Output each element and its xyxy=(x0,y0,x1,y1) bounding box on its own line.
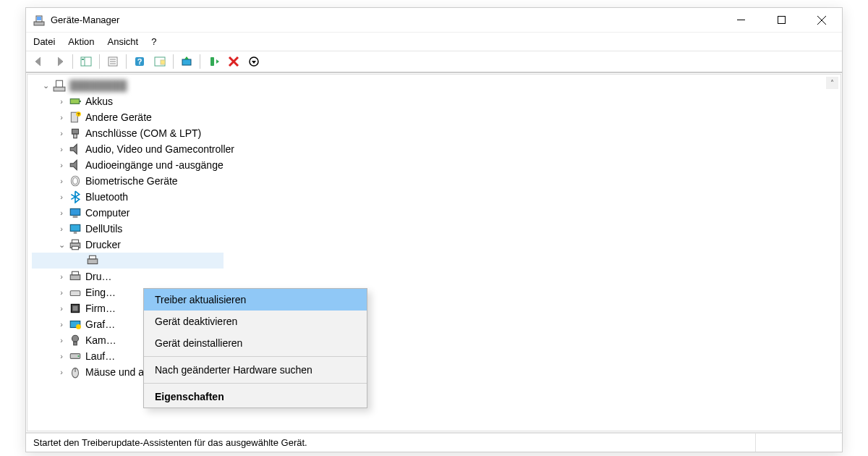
chevron-right-icon[interactable]: › xyxy=(56,208,67,218)
svg-point-53 xyxy=(72,335,79,342)
svg-marker-21 xyxy=(216,59,219,64)
chevron-right-icon[interactable]: › xyxy=(56,128,67,138)
context-item-disable-device[interactable]: Gerät deaktivieren xyxy=(144,311,367,332)
close-button[interactable] xyxy=(801,8,842,32)
svg-rect-50 xyxy=(73,306,78,311)
display-adapter-icon xyxy=(69,318,82,331)
scroll-up-icon[interactable]: ˄ xyxy=(826,77,838,89)
update-driver-button[interactable] xyxy=(178,53,195,70)
chevron-right-icon[interactable]: › xyxy=(56,351,67,361)
disable-device-button[interactable] xyxy=(245,53,263,70)
audio-icon xyxy=(69,143,82,156)
mouse-icon xyxy=(69,366,82,379)
context-item-scan-hardware[interactable]: Nach geänderter Hardware suchen xyxy=(144,359,367,381)
chevron-right-icon[interactable]: › xyxy=(56,160,67,170)
tree-item[interactable]: › ? Andere Geräte xyxy=(32,109,841,125)
tree-item[interactable]: › Audio, Video und Gamecontroller xyxy=(32,141,841,157)
svg-rect-44 xyxy=(88,259,98,264)
app-icon xyxy=(33,14,45,26)
toolbar-divider xyxy=(200,54,200,69)
toolbar: ? xyxy=(26,51,842,73)
chevron-right-icon[interactable]: › xyxy=(56,367,67,377)
menu-bar: Datei Aktion Ansicht ? xyxy=(26,33,842,51)
forward-button[interactable] xyxy=(51,53,68,70)
device-manager-window: Geräte-Manager Datei Aktion Ansicht ? xyxy=(25,7,843,452)
svg-rect-32 xyxy=(74,134,77,138)
camera-icon xyxy=(69,334,82,347)
svg-rect-7 xyxy=(81,57,91,66)
back-button[interactable] xyxy=(30,53,48,70)
svg-rect-31 xyxy=(72,129,79,134)
status-text: Startet den Treiberupdate-Assistenten fü… xyxy=(33,437,307,448)
uninstall-device-button[interactable] xyxy=(225,53,242,70)
svg-point-56 xyxy=(77,355,79,357)
svg-rect-27 xyxy=(80,101,81,102)
svg-marker-23 xyxy=(252,61,256,64)
tree-item[interactable]: › Biometrische Geräte xyxy=(32,173,841,189)
svg-marker-34 xyxy=(70,160,77,170)
svg-rect-25 xyxy=(56,80,63,87)
chevron-right-icon[interactable]: › xyxy=(56,319,67,329)
chevron-right-icon[interactable]: › xyxy=(56,176,67,186)
chevron-down-icon[interactable]: ⌄ xyxy=(56,240,67,250)
toolbar-divider xyxy=(99,54,100,69)
toolbar-divider xyxy=(72,54,73,69)
tree-item[interactable]: › Audioeingänge und -ausgänge xyxy=(32,157,841,173)
show-hide-tree-button[interactable] xyxy=(77,53,95,70)
svg-rect-47 xyxy=(72,271,79,275)
menu-file[interactable]: Datei xyxy=(33,36,55,47)
svg-text:?: ? xyxy=(77,112,80,117)
status-cell xyxy=(755,434,835,452)
context-item-properties[interactable]: Eigenschaften xyxy=(144,386,367,408)
chevron-down-icon[interactable]: ⌄ xyxy=(41,80,51,90)
fingerprint-icon xyxy=(69,174,82,187)
chevron-right-icon[interactable]: › xyxy=(56,224,67,234)
scan-hardware-button[interactable] xyxy=(151,53,169,70)
chevron-right-icon[interactable]: › xyxy=(56,287,67,297)
svg-rect-40 xyxy=(74,232,77,234)
chevron-right-icon[interactable]: › xyxy=(56,271,67,282)
menu-view[interactable]: Ansicht xyxy=(108,36,139,47)
svg-rect-54 xyxy=(74,342,77,345)
menu-help[interactable]: ? xyxy=(151,36,156,47)
svg-rect-42 xyxy=(72,240,79,243)
tree-item[interactable]: › Anschlüsse (COM & LPT) xyxy=(32,125,841,141)
chevron-right-icon[interactable]: › xyxy=(56,192,67,202)
title-bar: Geräte-Manager xyxy=(26,8,842,33)
svg-rect-45 xyxy=(90,256,96,259)
properties-button[interactable] xyxy=(104,53,122,70)
context-item-uninstall-device[interactable]: Gerät deinstallieren xyxy=(144,332,367,354)
tree-item[interactable]: › Bluetooth xyxy=(32,189,841,205)
chevron-right-icon[interactable]: › xyxy=(56,144,67,154)
chevron-right-icon[interactable]: › xyxy=(56,303,67,313)
svg-point-36 xyxy=(73,178,78,185)
svg-rect-24 xyxy=(54,87,65,91)
context-item-update-driver[interactable]: Treiber aktualisieren xyxy=(144,289,367,311)
unknown-device-icon: ? xyxy=(69,111,82,124)
svg-rect-43 xyxy=(72,246,79,250)
bluetooth-icon xyxy=(69,190,82,203)
tree-item[interactable]: › Dru… xyxy=(32,269,841,284)
menu-action[interactable]: Aktion xyxy=(68,36,94,47)
enable-device-button[interactable] xyxy=(205,53,222,70)
chevron-right-icon[interactable]: › xyxy=(56,335,67,345)
svg-rect-2 xyxy=(37,17,41,20)
tree-item-printer-child[interactable] xyxy=(32,253,224,269)
help-button[interactable]: ? xyxy=(131,53,148,70)
window-title: Geräte-Manager xyxy=(51,14,720,25)
printer-icon xyxy=(86,254,99,267)
status-bar: Startet den Treiberupdate-Assistenten fü… xyxy=(26,433,842,452)
tree-item[interactable]: › Akkus xyxy=(32,93,841,109)
maximize-button[interactable] xyxy=(761,8,801,32)
chevron-right-icon[interactable]: › xyxy=(56,96,67,106)
svg-rect-9 xyxy=(82,59,84,60)
chevron-right-icon[interactable]: › xyxy=(56,112,67,122)
tree-item-drucker[interactable]: ⌄ Drucker xyxy=(32,237,841,253)
svg-rect-26 xyxy=(70,99,79,104)
tree-item[interactable]: › Computer xyxy=(32,205,841,221)
context-menu: Treiber aktualisieren Gerät deaktivieren… xyxy=(143,288,367,408)
minimize-button[interactable] xyxy=(720,8,761,32)
tree-item[interactable]: › DellUtils xyxy=(32,221,841,237)
tree-root[interactable]: ⌄ ████████ xyxy=(32,77,841,93)
battery-icon xyxy=(69,95,82,108)
